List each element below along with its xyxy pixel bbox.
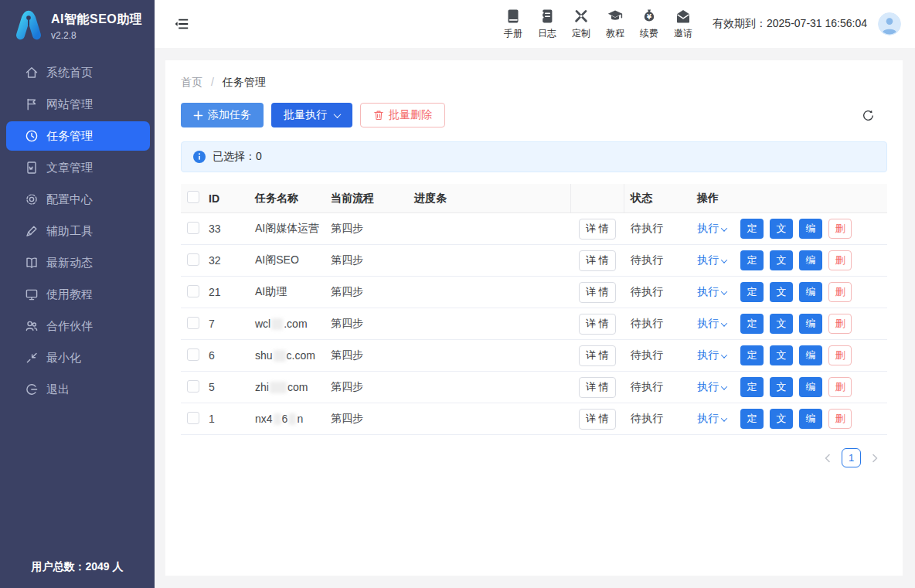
op-edit-button[interactable]: 编 <box>799 345 822 365</box>
avatar[interactable] <box>878 12 901 36</box>
quick-action-label: 邀请 <box>674 27 692 40</box>
op-edit-button[interactable]: 编 <box>799 314 822 334</box>
op-article-button[interactable]: 文 <box>770 282 793 302</box>
monitor-icon <box>25 287 39 301</box>
sidebar-item-minimize[interactable]: 最小化 <box>6 343 150 372</box>
task-name: shuc.com <box>255 349 331 362</box>
task-flow: 第四步 <box>331 253 414 267</box>
task-id: 1 <box>209 413 255 425</box>
op-edit-button[interactable]: 编 <box>799 377 822 397</box>
op-define-button[interactable]: 定 <box>740 377 764 397</box>
detail-button[interactable]: 详 情 <box>579 314 616 335</box>
sidebar-item-home[interactable]: 系统首页 <box>6 58 150 87</box>
op-edit-button[interactable]: 编 <box>799 219 822 239</box>
quick-action-customize[interactable]: 定制 <box>564 8 598 40</box>
collapse-menu-icon <box>174 16 189 32</box>
table-header-row: ID 任务名称 当前流程 进度条 状态 操作 <box>181 184 887 213</box>
execute-dropdown[interactable]: 执行 <box>697 253 726 267</box>
op-define-button[interactable]: 定 <box>740 250 764 270</box>
row-checkbox[interactable] <box>187 317 199 329</box>
quick-action-label: 教程 <box>606 27 624 40</box>
row-checkbox[interactable] <box>187 253 199 266</box>
quick-action-label: 定制 <box>572 27 590 40</box>
sidebar-item-logout[interactable]: 退出 <box>6 375 150 404</box>
op-delete-button[interactable]: 删 <box>828 282 852 302</box>
execute-dropdown[interactable]: 执行 <box>697 285 726 299</box>
column-header-status: 状态 <box>624 192 691 206</box>
quick-action-invite[interactable]: 邀请 <box>666 8 700 40</box>
prev-page-button[interactable] <box>823 454 832 463</box>
execute-dropdown[interactable]: 执行 <box>697 380 726 394</box>
tasks-table: ID 任务名称 当前流程 进度条 状态 操作 33 AI阁媒体运营 第四步 <box>181 184 887 435</box>
task-status: 待执行 <box>624 412 691 426</box>
sidebar-item-tasks[interactable]: 任务管理 <box>6 121 150 151</box>
detail-button[interactable]: 详 情 <box>579 250 616 271</box>
op-define-button[interactable]: 定 <box>740 345 764 365</box>
page-number-current[interactable]: 1 <box>842 448 861 467</box>
execute-dropdown[interactable]: 执行 <box>697 222 726 236</box>
quick-action-manual[interactable]: 手册 <box>496 8 530 40</box>
op-edit-button[interactable]: 编 <box>799 409 822 429</box>
detail-button[interactable]: 详 情 <box>579 345 616 366</box>
row-checkbox[interactable] <box>187 380 199 393</box>
batch-execute-button[interactable]: 批量执行 <box>271 103 352 127</box>
quick-action-log[interactable]: 日志 <box>530 8 564 40</box>
row-checkbox[interactable] <box>187 285 199 297</box>
op-article-button[interactable]: 文 <box>770 219 793 239</box>
op-article-button[interactable]: 文 <box>770 250 793 270</box>
op-delete-button[interactable]: 删 <box>828 250 852 270</box>
next-page-button[interactable] <box>870 454 879 463</box>
toolbar: 添加任务 批量执行 批量删除 <box>181 103 887 127</box>
op-delete-button[interactable]: 删 <box>828 219 852 239</box>
row-checkbox[interactable] <box>187 348 199 361</box>
sidebar-item-articles[interactable]: 文章管理 <box>6 153 150 182</box>
op-delete-button[interactable]: 删 <box>828 409 852 429</box>
user-avatar-icon <box>878 12 901 36</box>
detail-button[interactable]: 详 情 <box>579 219 616 240</box>
op-edit-button[interactable]: 编 <box>799 250 822 270</box>
row-checkbox[interactable] <box>187 412 199 424</box>
op-article-button[interactable]: 文 <box>770 409 793 429</box>
row-checkbox[interactable] <box>187 222 199 234</box>
task-flow: 第四步 <box>331 348 414 362</box>
op-define-button[interactable]: 定 <box>740 219 764 239</box>
sidebar-item-label: 最新动态 <box>46 256 93 270</box>
add-task-button[interactable]: 添加任务 <box>181 103 264 127</box>
refresh-button[interactable] <box>862 109 875 122</box>
op-delete-button[interactable]: 删 <box>828 314 852 334</box>
quick-action-renew[interactable]: ¥ 续费 <box>632 8 666 40</box>
sidebar-item-config[interactable]: 配置中心 <box>6 185 150 214</box>
chevron-down-icon <box>721 383 727 389</box>
op-delete-button[interactable]: 删 <box>828 377 852 397</box>
detail-button[interactable]: 详 情 <box>579 409 616 430</box>
detail-button[interactable]: 详 情 <box>579 377 616 398</box>
op-define-button[interactable]: 定 <box>740 314 764 334</box>
column-header-detail <box>570 184 624 212</box>
batch-delete-button[interactable]: 批量删除 <box>360 103 445 127</box>
user-total-label: 用户总数：2049 人 <box>0 548 155 588</box>
op-article-button[interactable]: 文 <box>770 345 793 365</box>
execute-dropdown[interactable]: 执行 <box>697 317 726 331</box>
sidebar-item-websites[interactable]: 网站管理 <box>6 90 150 119</box>
op-define-button[interactable]: 定 <box>740 409 764 429</box>
renew-moneybag-icon: ¥ <box>641 8 658 25</box>
op-delete-button[interactable]: 删 <box>828 345 852 365</box>
op-article-button[interactable]: 文 <box>770 314 793 334</box>
chevron-down-icon <box>721 415 727 421</box>
op-edit-button[interactable]: 编 <box>799 282 822 302</box>
sidebar-item-tools[interactable]: 辅助工具 <box>6 216 150 246</box>
execute-dropdown[interactable]: 执行 <box>697 348 726 362</box>
sidebar-collapse-button[interactable] <box>174 16 189 32</box>
select-all-checkbox[interactable] <box>187 191 199 203</box>
breadcrumb-home[interactable]: 首页 <box>181 76 202 88</box>
sidebar-item-news[interactable]: 最新动态 <box>6 248 150 277</box>
pen-tool-icon <box>25 224 39 238</box>
execute-dropdown[interactable]: 执行 <box>697 412 726 426</box>
op-define-button[interactable]: 定 <box>740 282 764 302</box>
task-flow: 第四步 <box>331 317 414 331</box>
sidebar-item-partners[interactable]: 合作伙伴 <box>6 311 150 341</box>
op-article-button[interactable]: 文 <box>770 377 793 397</box>
quick-action-tutorial[interactable]: 教程 <box>598 8 632 40</box>
sidebar-item-tutorial[interactable]: 使用教程 <box>6 280 150 309</box>
detail-button[interactable]: 详 情 <box>579 282 616 303</box>
